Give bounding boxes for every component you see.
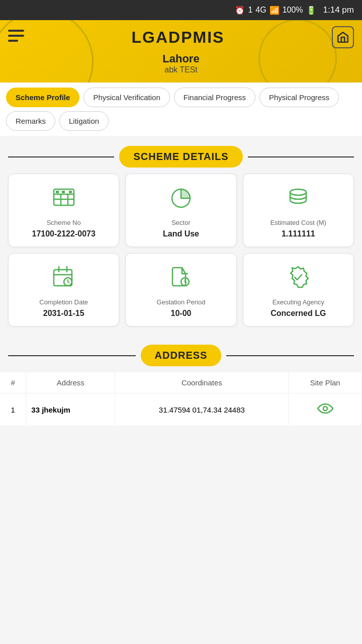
svg-point-14	[290, 189, 306, 195]
completion-date-value: 2031-01-15	[43, 309, 84, 318]
scheme-details-label: SCHEME DETAILS	[119, 146, 242, 168]
row-address: 33 jhekujm	[26, 393, 115, 426]
status-notification: 1	[248, 6, 252, 15]
card-gestation-period: Gestation Period 10-00	[125, 253, 236, 327]
status-battery-text: 100%	[283, 6, 303, 15]
svg-rect-0	[8, 30, 24, 32]
address-section: # Address Coordinates Site Plan 1 33 jhe…	[0, 372, 362, 436]
sector-label: Sector	[171, 219, 191, 226]
tab-remarks[interactable]: Remarks	[6, 111, 55, 131]
menu-icon[interactable]	[8, 29, 24, 45]
calendar-clock-icon	[51, 264, 77, 293]
svg-point-25	[323, 407, 327, 411]
svg-line-21	[68, 282, 69, 283]
tabs-container: Scheme Profile Physical Verification Fin…	[0, 83, 362, 136]
header-line-right	[248, 156, 354, 157]
card-scheme-no: Scheme No 17100-2122-0073	[8, 174, 119, 247]
tab-financial-progress[interactable]: Financial Progress	[174, 88, 255, 107]
status-time: 1:14 pm	[323, 5, 354, 15]
scheme-no-label: Scheme No	[47, 219, 81, 226]
app-title: LGADPMIS	[132, 28, 225, 47]
status-alarm: ⏰	[235, 6, 245, 15]
address-header: ADDRESS	[8, 345, 354, 366]
tab-scheme-profile[interactable]: Scheme Profile	[6, 88, 79, 107]
row-coordinates: 31.47594 01,74.34 24483	[115, 393, 289, 426]
eye-icon[interactable]	[317, 401, 333, 417]
estimated-cost-label: Estimated Cost (M)	[270, 219, 326, 226]
home-icon[interactable]	[332, 26, 354, 48]
executing-agency-label: Executing Agency	[273, 298, 324, 306]
address-line-right	[226, 355, 354, 356]
address-table: # Address Coordinates Site Plan 1 33 jhe…	[0, 372, 362, 426]
col-coordinates: Coordinates	[115, 372, 289, 393]
completion-date-label: Completion Date	[39, 298, 88, 306]
table-row: 1 33 jhekujm 31.47594 01,74.34 24483	[0, 393, 362, 426]
sector-value: Land Use	[163, 229, 199, 238]
gestation-period-label: Gestation Period	[157, 298, 206, 306]
app-header: LGADPMIS Lahore abk TESt	[0, 20, 362, 83]
tab-physical-verification[interactable]: Physical Verification	[83, 88, 169, 107]
card-estimated-cost: Estimated Cost (M) 1.111111	[243, 174, 354, 247]
gestation-period-value: 10-00	[171, 309, 192, 318]
svg-rect-10	[69, 191, 72, 193]
card-completion-date: Completion Date 2031-01-15	[8, 253, 119, 327]
scheme-cards-grid: Scheme No 17100-2122-0073 Sector Land Us…	[0, 174, 362, 335]
header-line-left	[8, 156, 114, 157]
table-icon	[51, 184, 77, 214]
card-executing-agency: Executing Agency Concerned LG	[243, 253, 354, 327]
col-index: #	[0, 372, 26, 393]
svg-rect-9	[62, 191, 65, 193]
card-sector: Sector Land Use	[125, 174, 236, 247]
row-site-plan[interactable]	[289, 393, 362, 426]
tab-litigation[interactable]: Litigation	[59, 111, 109, 131]
address-line-left	[8, 355, 136, 356]
database-icon	[285, 184, 311, 214]
doc-clock-icon	[168, 264, 194, 293]
status-battery-icon: 🔋	[306, 6, 316, 15]
pie-chart-icon	[168, 184, 194, 214]
address-label: ADDRESS	[141, 345, 222, 366]
header-city: Lahore	[8, 52, 354, 65]
row-index: 1	[0, 393, 26, 426]
status-network: 4G	[255, 6, 266, 15]
scheme-details-header: SCHEME DETAILS	[8, 146, 354, 168]
executing-agency-value: Concerned LG	[270, 309, 326, 318]
status-signal: 📶	[269, 6, 280, 15]
tab-physical-progress[interactable]: Physical Progress	[259, 88, 339, 107]
svg-rect-1	[8, 35, 24, 37]
col-site-plan: Site Plan	[289, 372, 362, 393]
col-address: Address	[26, 372, 115, 393]
badge-check-icon	[285, 264, 311, 293]
scheme-no-value: 17100-2122-0073	[32, 229, 95, 238]
estimated-cost-value: 1.111111	[282, 229, 315, 238]
header-subtitle: abk TESt	[8, 65, 354, 74]
svg-rect-8	[56, 191, 59, 193]
svg-rect-2	[8, 40, 18, 42]
status-bar: ⏰ 1 4G 📶 100% 🔋 1:14 pm	[0, 0, 362, 20]
